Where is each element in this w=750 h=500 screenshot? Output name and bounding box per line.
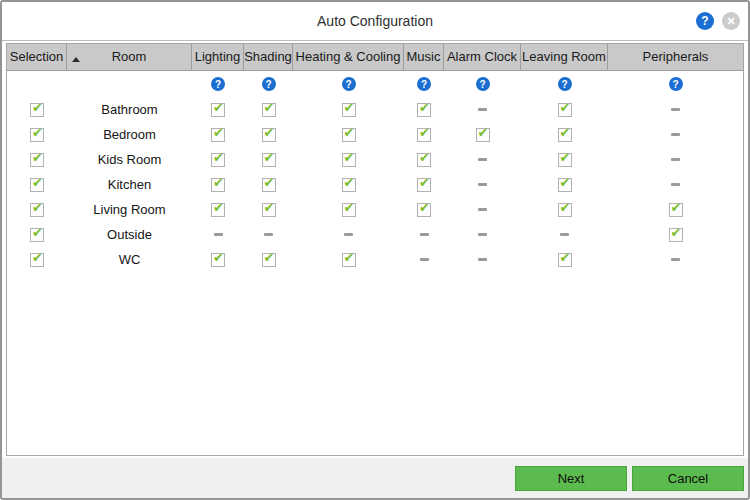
selection-checkbox[interactable]: ✔ xyxy=(30,103,44,117)
checkbox-music[interactable]: ✔ xyxy=(417,103,431,117)
feature-cell-heating-cooling: ✔ xyxy=(293,203,404,217)
column-header-music[interactable]: Music xyxy=(404,44,444,70)
feature-cell-music xyxy=(404,233,444,236)
checkbox-heating-cooling[interactable]: ✔ xyxy=(342,253,356,267)
checkbox-music[interactable]: ✔ xyxy=(417,153,431,167)
help-icon-leaving-room[interactable]: ? xyxy=(558,77,572,91)
checkbox-heating-cooling[interactable]: ✔ xyxy=(342,103,356,117)
checkbox-lighting[interactable]: ✔ xyxy=(211,203,225,217)
check-icon: ✔ xyxy=(32,225,43,241)
feature-cell-heating-cooling: ✔ xyxy=(293,128,404,142)
checkbox-heating-cooling[interactable]: ✔ xyxy=(342,128,356,142)
checkbox-leaving-room[interactable]: ✔ xyxy=(558,203,572,217)
feature-cell-shading: ✔ xyxy=(244,153,293,167)
feature-cell-music xyxy=(404,258,444,261)
feature-cell-alarm-clock xyxy=(444,233,521,236)
checkbox-heating-cooling[interactable]: ✔ xyxy=(342,178,356,192)
feature-cell-peripherals xyxy=(608,183,743,186)
cancel-button[interactable]: Cancel xyxy=(632,466,744,491)
help-icon-alarm-clock[interactable]: ? xyxy=(476,77,490,91)
check-icon: ✔ xyxy=(419,100,430,116)
checkbox-shading[interactable]: ✔ xyxy=(262,253,276,267)
help-icon-peripherals[interactable]: ? xyxy=(669,77,683,91)
help-icon[interactable]: ? xyxy=(696,12,714,30)
help-cell-heating-cooling: ? xyxy=(293,77,404,91)
checkbox-shading[interactable]: ✔ xyxy=(262,103,276,117)
checkbox-shading[interactable]: ✔ xyxy=(262,178,276,192)
checkbox-lighting[interactable]: ✔ xyxy=(211,178,225,192)
help-icon-shading[interactable]: ? xyxy=(262,77,276,91)
column-header-heating-cooling[interactable]: Heating & Cooling xyxy=(293,44,404,70)
checkbox-leaving-room[interactable]: ✔ xyxy=(558,128,572,142)
feature-cell-lighting: ✔ xyxy=(192,178,244,192)
feature-cell-heating-cooling: ✔ xyxy=(293,103,404,117)
checkbox-music[interactable]: ✔ xyxy=(417,178,431,192)
help-icon-lighting[interactable]: ? xyxy=(211,77,225,91)
selection-checkbox[interactable]: ✔ xyxy=(30,228,44,242)
column-header-leaving-room[interactable]: Leaving Room xyxy=(521,44,608,70)
table-body: ✔Bathroom✔✔✔✔✔✔Bedroom✔✔✔✔✔✔✔Kids Room✔✔… xyxy=(7,97,743,272)
checkbox-heating-cooling[interactable]: ✔ xyxy=(342,153,356,167)
column-header-peripherals[interactable]: Peripherals xyxy=(608,44,743,70)
checkbox-leaving-room[interactable]: ✔ xyxy=(558,103,572,117)
selection-checkbox[interactable]: ✔ xyxy=(30,203,44,217)
not-available-icon xyxy=(671,108,680,111)
column-header-label: Music xyxy=(407,49,441,64)
close-icon[interactable]: ✕ xyxy=(722,12,740,30)
check-icon: ✔ xyxy=(32,250,43,266)
room-label: WC xyxy=(67,252,192,267)
column-header-shading[interactable]: Shading xyxy=(244,44,293,70)
help-cell-shading: ? xyxy=(244,77,293,91)
checkbox-shading[interactable]: ✔ xyxy=(262,128,276,142)
selection-checkbox[interactable]: ✔ xyxy=(30,253,44,267)
column-header-label: Peripherals xyxy=(643,49,709,64)
checkbox-peripherals[interactable]: ✔ xyxy=(669,203,683,217)
checkbox-peripherals[interactable]: ✔ xyxy=(669,228,683,242)
checkbox-leaving-room[interactable]: ✔ xyxy=(558,178,572,192)
help-icon-music[interactable]: ? xyxy=(417,77,431,91)
selection-checkbox[interactable]: ✔ xyxy=(30,178,44,192)
not-available-icon xyxy=(478,108,487,111)
column-header-alarm-clock[interactable]: Alarm Clock xyxy=(444,44,521,70)
help-cell-peripherals: ? xyxy=(608,77,743,91)
room-label: Bathroom xyxy=(67,102,192,117)
checkbox-heating-cooling[interactable]: ✔ xyxy=(342,203,356,217)
checkbox-music[interactable]: ✔ xyxy=(417,128,431,142)
feature-cell-leaving-room: ✔ xyxy=(521,103,608,117)
feature-cell-lighting: ✔ xyxy=(192,103,244,117)
feature-cell-alarm-clock xyxy=(444,183,521,186)
next-button[interactable]: Next xyxy=(515,466,627,491)
feature-cell-shading xyxy=(244,233,293,236)
checkbox-shading[interactable]: ✔ xyxy=(262,203,276,217)
selection-checkbox[interactable]: ✔ xyxy=(30,128,44,142)
table-row-bathroom: ✔Bathroom✔✔✔✔✔ xyxy=(7,97,743,122)
checkbox-lighting[interactable]: ✔ xyxy=(211,128,225,142)
feature-cell-shading: ✔ xyxy=(244,103,293,117)
feature-cell-lighting: ✔ xyxy=(192,203,244,217)
checkbox-music[interactable]: ✔ xyxy=(417,203,431,217)
feature-cell-peripherals xyxy=(608,258,743,261)
check-icon: ✔ xyxy=(213,100,224,116)
help-icon-heating-cooling[interactable]: ? xyxy=(342,77,356,91)
selection-checkbox[interactable]: ✔ xyxy=(30,153,44,167)
checkbox-alarm-clock[interactable]: ✔ xyxy=(476,128,490,142)
checkbox-leaving-room[interactable]: ✔ xyxy=(558,253,572,267)
checkbox-lighting[interactable]: ✔ xyxy=(211,153,225,167)
room-configuration-table: SelectionRoomLightingShadingHeating & Co… xyxy=(6,43,744,456)
checkbox-leaving-room[interactable]: ✔ xyxy=(558,153,572,167)
check-icon: ✔ xyxy=(32,125,43,141)
feature-cell-lighting: ✔ xyxy=(192,153,244,167)
column-header-room[interactable]: Room xyxy=(67,44,192,70)
checkbox-lighting[interactable]: ✔ xyxy=(211,253,225,267)
feature-cell-leaving-room xyxy=(521,233,608,236)
column-header-lighting[interactable]: Lighting xyxy=(192,44,244,70)
column-header-selection[interactable]: Selection xyxy=(7,44,67,70)
check-icon: ✔ xyxy=(671,200,682,216)
checkbox-shading[interactable]: ✔ xyxy=(262,153,276,167)
feature-cell-peripherals xyxy=(608,158,743,161)
selection-cell: ✔ xyxy=(7,203,67,217)
feature-cell-music: ✔ xyxy=(404,128,444,142)
dialog-footer: Next Cancel xyxy=(2,458,748,498)
feature-cell-leaving-room: ✔ xyxy=(521,153,608,167)
checkbox-lighting[interactable]: ✔ xyxy=(211,103,225,117)
